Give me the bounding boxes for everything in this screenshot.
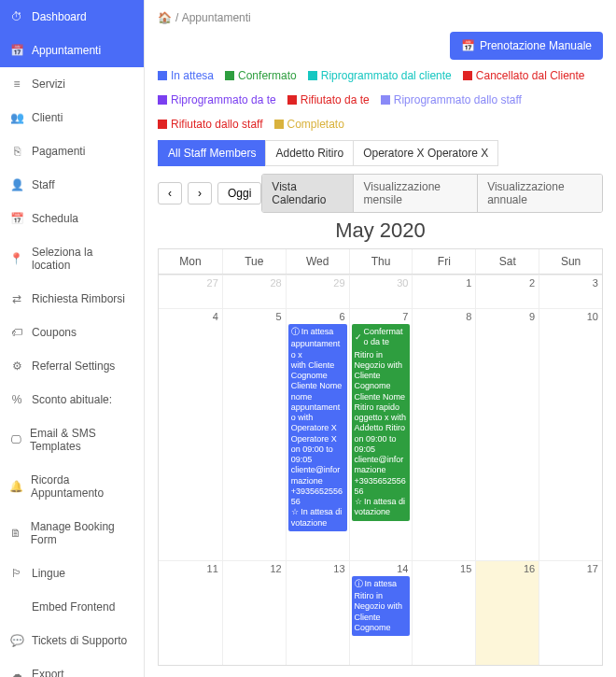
legend-item: Riprogrammato da te <box>158 93 276 106</box>
sidebar-item-referral-settings[interactable]: ⚙Referral Settings <box>0 349 144 383</box>
day-number: 9 <box>529 311 535 322</box>
home-icon[interactable]: 🏠 <box>158 11 172 24</box>
legend-item: Rifiutato da te <box>287 93 370 106</box>
sidebar: ⏱Dashboard📅Appuntamenti≡Servizi👥Clienti⎘… <box>0 0 145 677</box>
calendar-cell[interactable]: 15 <box>412 560 475 665</box>
calendar-cell[interactable]: 11 <box>159 560 222 665</box>
day-number: 14 <box>397 563 408 574</box>
sidebar-icon: 🔔 <box>9 480 23 493</box>
sidebar-icon: 📍 <box>9 252 24 265</box>
appointment-event[interactable]: ⓘ In attesaRitiro in Negozio with Client… <box>352 576 411 636</box>
event-body: Ritiro in Negozio with Cliente Cognome <box>355 591 408 633</box>
today-button[interactable]: Oggi <box>217 182 261 205</box>
manual-booking-button[interactable]: 📅 Prenotazione Manuale <box>450 32 603 60</box>
day-number: 11 <box>207 563 218 574</box>
day-number: 3 <box>593 277 598 289</box>
sidebar-item-appuntamenti[interactable]: 📅Appuntamenti <box>0 34 144 67</box>
calendar-cell[interactable]: 16 <box>475 560 539 665</box>
sidebar-item-tickets-di-supporto[interactable]: 💬Tickets di Supporto <box>0 624 144 657</box>
legend-swatch <box>287 95 297 105</box>
event-status: Confermato da te <box>364 327 408 348</box>
view-tabs: Vista CalendarioVisualizzazione mensileV… <box>261 174 603 213</box>
staff-tab[interactable]: All Staff Members <box>158 140 266 166</box>
calendar-cell[interactable]: 14ⓘ In attesaRitiro in Negozio with Clie… <box>349 560 413 665</box>
view-tab[interactable]: Vista Calendario <box>262 175 353 212</box>
sidebar-item-export[interactable]: ☁Export <box>0 657 144 677</box>
manual-booking-label: Prenotazione Manuale <box>480 39 592 52</box>
sidebar-item-email-sms-templates[interactable]: 🖵Email & SMS Templates <box>0 416 144 463</box>
day-number: 30 <box>397 277 408 289</box>
calendar-cell[interactable]: 29 <box>286 275 349 308</box>
sidebar-item-embed-frontend[interactable]: Embed Frontend <box>0 590 144 624</box>
event-status: In attesa <box>301 327 334 337</box>
sidebar-icon: ⇄ <box>9 292 24 305</box>
day-number: 5 <box>276 311 282 322</box>
sidebar-item-staff[interactable]: 👤Staff <box>0 168 144 202</box>
appointment-event[interactable]: ⓘ In attesaappuntamento xwith Cliente Co… <box>288 324 347 531</box>
staff-tab[interactable]: Operatore X Operatore X <box>353 140 498 166</box>
calendar-cell[interactable]: 10 <box>539 308 602 560</box>
sidebar-icon: ☁ <box>9 668 24 677</box>
calendar-cell[interactable]: 30 <box>349 275 413 308</box>
calendar-cell[interactable]: 13 <box>286 560 349 665</box>
legend-item: Cancellato dal Cliente <box>463 69 585 82</box>
event-status: In attesa <box>365 579 398 589</box>
calendar-cell[interactable]: 27 <box>159 275 222 308</box>
sidebar-label: Appuntamenti <box>32 44 101 57</box>
calendar-cell[interactable]: 12 <box>222 560 286 665</box>
calendar-cell[interactable]: 7✓ Confermato da teRitiro in Negozio wit… <box>349 308 413 560</box>
day-number: 13 <box>333 563 344 574</box>
legend-swatch <box>463 71 472 80</box>
calendar-cell[interactable]: 28 <box>222 275 286 308</box>
calendar-cell[interactable]: 1 <box>412 275 475 308</box>
sidebar-label: Servizi <box>32 78 65 91</box>
breadcrumb-page: Appuntamenti <box>182 11 251 24</box>
legend-swatch <box>158 95 167 105</box>
calendar-cell[interactable]: 9 <box>475 308 539 560</box>
view-tab[interactable]: Visualizzazione annuale <box>477 175 602 212</box>
view-tab[interactable]: Visualizzazione mensile <box>353 175 477 212</box>
sidebar-label: Pagamenti <box>32 145 85 158</box>
legend-item: Riprogrammato dal cliente <box>308 69 452 82</box>
sidebar-item-manage-booking-form[interactable]: 🗎Manage Booking Form <box>0 510 144 557</box>
legend-label: Cancellato dal Cliente <box>476 69 585 82</box>
main-content: 🏠 / Appuntamenti 📅 Prenotazione Manuale … <box>145 0 616 677</box>
sidebar-item-seleziona-la-location[interactable]: 📍Seleziona la location <box>0 235 144 282</box>
next-button[interactable]: › <box>188 182 212 205</box>
legend-swatch <box>225 71 234 80</box>
sidebar-item-ricorda-appuntamento[interactable]: 🔔Ricorda Appuntamento <box>0 463 144 510</box>
sidebar-item-richiesta-rimborsi[interactable]: ⇄Richiesta Rimborsi <box>0 282 144 316</box>
sidebar-item-pagamenti[interactable]: ⎘Pagamenti <box>0 134 144 168</box>
calendar-cell[interactable]: 2 <box>475 275 539 308</box>
calendar: MonTueWedThuFriSatSun 27282930123456ⓘ In… <box>158 248 603 666</box>
day-number: 7 <box>402 311 408 322</box>
appointment-event[interactable]: ✓ Confermato da teRitiro in Negozio with… <box>352 324 411 521</box>
sidebar-item-servizi[interactable]: ≡Servizi <box>0 67 144 101</box>
day-number: 16 <box>524 563 535 574</box>
legend-item: Rifiutato dallo staff <box>158 118 263 131</box>
sidebar-item-clienti[interactable]: 👥Clienti <box>0 101 144 134</box>
calendar-cell[interactable]: 4 <box>159 308 222 560</box>
sidebar-item-schedula[interactable]: 📅Schedula <box>0 202 144 235</box>
sidebar-item-dashboard[interactable]: ⏱Dashboard <box>0 0 144 34</box>
sidebar-label: Coupons <box>32 326 77 339</box>
sidebar-icon: 💬 <box>9 634 24 647</box>
status-icon: ✓ <box>355 332 362 343</box>
legend-label: Rifiutato dallo staff <box>171 118 263 131</box>
calendar-cell[interactable]: 3 <box>539 275 602 308</box>
sidebar-icon: 🏷 <box>9 326 24 339</box>
sidebar-item-coupons[interactable]: 🏷Coupons <box>0 316 144 349</box>
calendar-cell[interactable]: 5 <box>222 308 286 560</box>
sidebar-icon: 🗎 <box>9 527 23 540</box>
calendar-cell[interactable]: 8 <box>412 308 475 560</box>
legend-swatch <box>274 120 284 129</box>
weekday-header: Sun <box>539 249 602 274</box>
staff-tab[interactable]: Addetto Ritiro <box>265 140 354 166</box>
event-body: Ritiro in Negozio with Cliente Cognome C… <box>355 350 408 498</box>
sidebar-label: Embed Frontend <box>32 600 115 614</box>
sidebar-item-sconto-abituale-[interactable]: %Sconto abituale: <box>0 383 144 416</box>
sidebar-item-lingue[interactable]: 🏳Lingue <box>0 557 144 590</box>
prev-button[interactable]: ‹ <box>158 182 182 205</box>
calendar-cell[interactable]: 6ⓘ In attesaappuntamento xwith Cliente C… <box>286 308 349 560</box>
calendar-cell[interactable]: 17 <box>539 560 602 665</box>
